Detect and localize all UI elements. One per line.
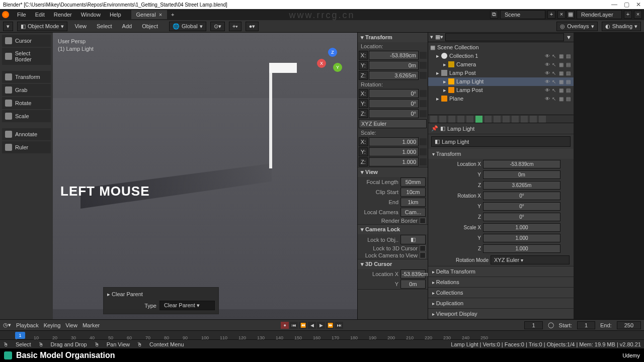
- editor-type-dropdown[interactable]: ▾: [3, 22, 13, 31]
- tl-view[interactable]: View: [65, 322, 77, 328]
- sync-icon[interactable]: ◯: [548, 322, 554, 328]
- p-rotmode-dropdown[interactable]: XYZ Euler ▾: [491, 255, 570, 264]
- eye-icon[interactable]: 👁: [545, 96, 550, 102]
- lock-icon[interactable]: [420, 72, 427, 79]
- close-tab-icon[interactable]: ×: [159, 12, 162, 18]
- scene-add-icon[interactable]: +: [547, 11, 555, 19]
- lock-icon[interactable]: [562, 161, 570, 168]
- prop-tab-physics[interactable]: [503, 116, 510, 123]
- loc-y[interactable]: 0m: [369, 61, 419, 70]
- render-icon[interactable]: ▤: [566, 70, 572, 76]
- lock-icon[interactable]: [420, 100, 427, 107]
- outliner-root[interactable]: ▦Scene Collection: [428, 43, 574, 52]
- scene-field[interactable]: Scene: [500, 10, 545, 19]
- layer-add-icon[interactable]: +: [624, 11, 632, 19]
- view-header[interactable]: ▾ View: [358, 167, 428, 177]
- p-scl-y[interactable]: 1.000: [483, 234, 560, 242]
- outliner-item[interactable]: ▸Lamp Light👁↖▦▤: [428, 77, 574, 86]
- p-scl-x[interactable]: 1.000: [483, 223, 560, 232]
- lock-icon[interactable]: [420, 158, 427, 165]
- close-icon[interactable]: ✕: [636, 1, 641, 8]
- scl-x[interactable]: 1.000: [369, 137, 419, 146]
- tool-grab[interactable]: Grab: [2, 84, 51, 96]
- overlays-dropdown[interactable]: ◎ Overlays▾: [556, 22, 597, 31]
- focal-field[interactable]: 50mm: [400, 177, 426, 187]
- p-loc-y[interactable]: 0m: [483, 170, 560, 179]
- timeline-type-icon[interactable]: ◷▾: [3, 322, 11, 328]
- grid-icon[interactable]: ▦: [559, 62, 565, 67]
- prop-collections-header[interactable]: ▸ Collections: [428, 288, 574, 298]
- jump-end-icon[interactable]: ⏭: [335, 322, 343, 329]
- pin-icon[interactable]: 📌: [431, 125, 438, 132]
- lock-icon[interactable]: [562, 224, 570, 231]
- loc-x[interactable]: -53.839cm: [369, 51, 419, 60]
- lock-icon[interactable]: [562, 235, 570, 242]
- layer-icon[interactable]: ▦: [567, 11, 575, 19]
- scl-z[interactable]: 1.000: [369, 157, 419, 166]
- menu-window[interactable]: Window: [77, 11, 105, 19]
- grid-icon[interactable]: ▦: [559, 79, 565, 84]
- clipend-field[interactable]: 1km: [400, 198, 426, 207]
- hdr-add[interactable]: Add: [119, 22, 135, 30]
- orientation-dropdown[interactable]: 🌐 Global▾: [169, 22, 206, 31]
- renderborder-check[interactable]: [420, 218, 426, 224]
- start-frame[interactable]: 1: [577, 321, 595, 329]
- menu-edit[interactable]: Edit: [31, 11, 49, 19]
- render-icon[interactable]: ▤: [566, 62, 572, 67]
- grid-icon[interactable]: ▦: [559, 96, 565, 102]
- tool-select-border[interactable]: Select Border: [2, 48, 51, 65]
- grid-icon[interactable]: ▦: [559, 53, 565, 59]
- p-loc-x[interactable]: -53.839cm: [483, 160, 560, 168]
- transform-header[interactable]: ▾ Transform: [358, 33, 428, 42]
- cursor-icon[interactable]: ↖: [552, 96, 557, 102]
- prop-tab-render[interactable]: [430, 116, 437, 123]
- lock-icon[interactable]: [562, 193, 570, 200]
- redo-panel-title[interactable]: ▸ Clear Parent: [106, 290, 216, 299]
- play-icon[interactable]: ▶: [317, 322, 325, 329]
- prop-tab-viewlayer[interactable]: [448, 116, 455, 123]
- mode-dropdown[interactable]: ◧ Object Mode ▾: [17, 22, 67, 31]
- prop-tab-object[interactable]: [475, 116, 482, 123]
- cameralock-header[interactable]: ▾ Camera Lock: [358, 225, 428, 234]
- prop-transform-header[interactable]: ▾ Transform: [428, 149, 574, 159]
- add-workspace-icon[interactable]: +: [171, 12, 174, 18]
- scene-del-icon[interactable]: ×: [557, 11, 566, 19]
- axis-gizmo[interactable]: Z X Y: [317, 48, 347, 78]
- tool-transform[interactable]: Transform: [2, 71, 51, 83]
- lock-icon[interactable]: [420, 138, 427, 145]
- outliner-item[interactable]: ▸Plane👁↖▦▤: [428, 95, 574, 103]
- prop-tab-constraint[interactable]: [512, 116, 519, 123]
- scl-y[interactable]: 1.000: [369, 147, 419, 156]
- lock-icon[interactable]: [562, 182, 570, 189]
- grid-icon[interactable]: ▦: [559, 70, 565, 76]
- prop-duplication-header[interactable]: ▸ Duplication: [428, 298, 574, 308]
- cursor-icon[interactable]: ↖: [552, 87, 557, 93]
- outliner-type-icon[interactable]: ▾: [430, 34, 433, 40]
- 3d-viewport[interactable]: User Persp (1) Lamp Light Z X Y LEFT MOU…: [53, 33, 357, 319]
- cursor-icon[interactable]: ↖: [552, 70, 557, 76]
- p-rot-x[interactable]: 0°: [483, 192, 560, 200]
- prop-tab-material[interactable]: [530, 116, 537, 123]
- prop-tab-world[interactable]: [466, 116, 473, 123]
- eye-icon[interactable]: 👁: [545, 87, 550, 93]
- outliner-item[interactable]: ▸Camera👁↖▦▤: [428, 60, 574, 69]
- eye-icon[interactable]: 👁: [545, 62, 550, 67]
- eye-icon[interactable]: 👁: [545, 70, 550, 76]
- clipstart-field[interactable]: 10cm: [400, 188, 426, 197]
- play-rev-icon[interactable]: ◀: [308, 322, 316, 329]
- properties-object-name[interactable]: ◧ Lamp Light: [431, 136, 571, 147]
- outliner-mode-icon[interactable]: ▦▾: [435, 34, 443, 40]
- prop-tab-output[interactable]: [439, 116, 446, 123]
- lock-icon[interactable]: [562, 203, 570, 210]
- lock-icon[interactable]: [562, 171, 570, 178]
- tool-ruler[interactable]: Ruler: [2, 141, 51, 153]
- minimize-icon[interactable]: —: [611, 1, 617, 8]
- rot-x[interactable]: 0°: [369, 89, 419, 98]
- lock-icon[interactable]: [420, 148, 427, 155]
- snap-dropdown[interactable]: ⌖▾: [229, 22, 242, 31]
- type-dropdown[interactable]: Clear Parent ▾: [159, 301, 215, 310]
- tl-playback[interactable]: Playback: [16, 322, 39, 328]
- lock-icon[interactable]: [562, 214, 570, 221]
- shading-dropdown[interactable]: ◐ Shading▾: [602, 22, 641, 31]
- rot-y[interactable]: 0°: [369, 99, 419, 108]
